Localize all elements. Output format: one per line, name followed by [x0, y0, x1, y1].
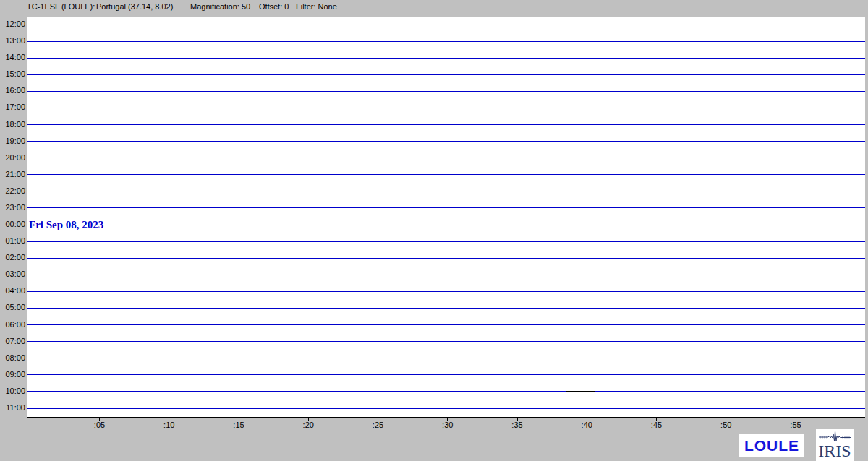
filter-value: Filter: None	[296, 2, 337, 11]
time-label: 00:00	[0, 220, 25, 229]
offset-value: Offset: 0	[259, 2, 289, 11]
time-label: 20:00	[0, 153, 25, 163]
trace-row[interactable]	[27, 258, 865, 259]
trace-row[interactable]	[27, 74, 865, 75]
seismogram-squiggle-icon	[819, 431, 851, 441]
trace-row[interactable]	[27, 275, 865, 275]
x-tick-label: :25	[364, 421, 393, 429]
trace-row[interactable]	[27, 358, 865, 358]
x-tick-label: :20	[294, 421, 323, 429]
trace-row[interactable]	[27, 324, 865, 325]
station-badge[interactable]: LOULE	[739, 434, 804, 457]
time-label: 04:00	[0, 286, 25, 296]
time-label: 14:00	[0, 53, 25, 62]
trace-row[interactable]	[27, 225, 865, 225]
trace-row[interactable]	[27, 25, 865, 25]
time-label: 01:00	[0, 236, 25, 246]
trace-row[interactable]	[27, 91, 865, 92]
time-label: 17:00	[0, 103, 25, 112]
date-annotation: Fri Sep 08, 2023	[29, 219, 103, 231]
x-tick-label: :10	[155, 421, 184, 429]
time-label: 05:00	[0, 303, 25, 312]
trace-row[interactable]	[27, 158, 865, 158]
x-tick-label: :45	[642, 421, 671, 429]
trace-gap-segment	[566, 391, 595, 392]
magnification-value: Magnification: 50	[190, 2, 250, 11]
time-label: 02:00	[0, 253, 25, 262]
trace-row[interactable]	[27, 141, 865, 142]
time-label: 21:00	[0, 170, 25, 179]
time-label: 22:00	[0, 186, 25, 196]
time-label: 10:00	[0, 387, 25, 396]
time-label: 13:00	[0, 36, 25, 46]
x-tick-label: :55	[781, 421, 810, 429]
x-tick-label: :05	[85, 421, 114, 429]
time-label: 03:00	[0, 270, 25, 279]
time-label: 19:00	[0, 137, 25, 146]
time-label: 08:00	[0, 353, 25, 363]
trace-row[interactable]	[27, 41, 865, 42]
time-label: 16:00	[0, 86, 25, 95]
trace-row[interactable]	[27, 308, 865, 309]
trace-row[interactable]	[27, 124, 865, 125]
station-location: Portugal (37.14, 8.02)	[96, 2, 173, 11]
x-tick-label: :35	[503, 421, 532, 429]
time-label: 15:00	[0, 69, 25, 79]
time-label: 12:00	[0, 20, 25, 29]
time-label: 07:00	[0, 337, 25, 346]
trace-row[interactable]	[27, 374, 865, 375]
iris-wordmark: IRIS	[818, 441, 851, 460]
time-label: 11:00	[0, 403, 25, 413]
time-label: 18:00	[0, 120, 25, 129]
time-label: 23:00	[0, 203, 25, 212]
x-tick-label: :15	[224, 421, 253, 429]
time-label: 09:00	[0, 370, 25, 379]
helicorder-screen: TC-1ESL (LOULE): Portugal (37.14, 8.02) …	[0, 0, 868, 461]
trace-row[interactable]	[27, 108, 865, 108]
iris-logo[interactable]: IRIS	[816, 429, 854, 461]
trace-row[interactable]	[27, 58, 865, 59]
trace-row[interactable]	[27, 391, 865, 392]
x-tick-label: :40	[572, 421, 601, 429]
trace-row[interactable]	[27, 241, 865, 242]
trace-row[interactable]	[27, 207, 865, 208]
trace-row[interactable]	[27, 191, 865, 191]
x-tick-label: :30	[433, 421, 462, 429]
time-label: 06:00	[0, 320, 25, 329]
trace-row[interactable]	[27, 408, 865, 409]
station-title: TC-1ESL (LOULE):	[27, 2, 95, 11]
x-tick-label: :50	[712, 421, 741, 429]
trace-row[interactable]	[27, 174, 865, 175]
trace-row[interactable]	[27, 291, 865, 292]
trace-row[interactable]	[27, 341, 865, 342]
